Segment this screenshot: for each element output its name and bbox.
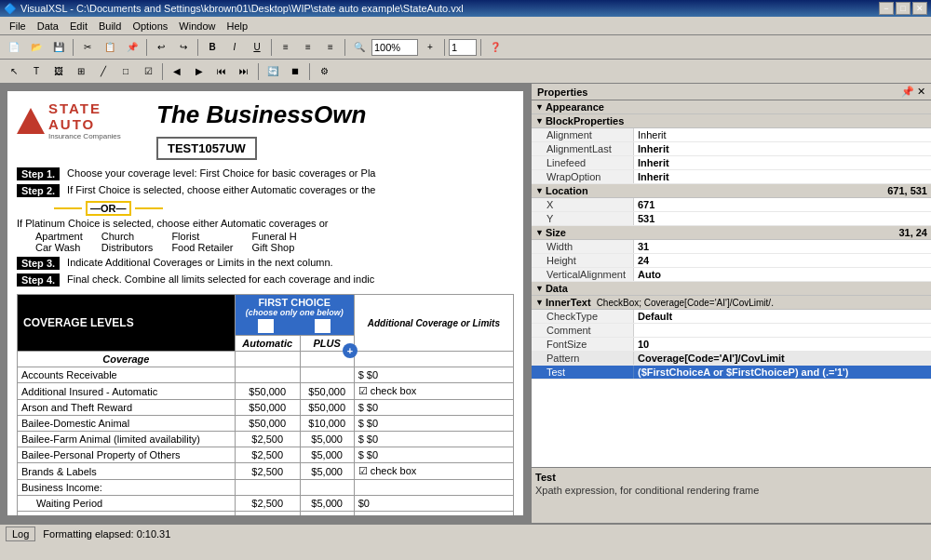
zoom-in-btn[interactable]: + [420,37,440,58]
coverage-name: Additional Insured - Automatic [18,383,236,400]
align-center-btn[interactable]: ≡ [298,37,318,58]
plus-value [300,367,354,383]
auto-value: $2,500 [235,496,300,512]
coverage-name: Business Income: [18,480,236,496]
first-page-btn[interactable]: ⏮ [211,61,232,82]
step-4-text: Final check. Combine all limits selected… [67,273,374,285]
blockproperties-section-header[interactable]: ▼ BlockProperties [532,114,931,128]
test-panel: Test Xpath expression, for conditional r… [532,467,931,523]
refresh-btn[interactable]: 🔄 [263,61,283,82]
step-4-row: Step 4. Final check. Combine all limits … [17,273,514,287]
step-2-text: If First Choice is selected, choose eith… [67,184,375,195]
prev-page-btn[interactable]: ◀ [167,61,187,82]
page-input[interactable]: 1 [449,39,477,56]
size-section-header[interactable]: ▼ Size 31, 24 [532,226,931,240]
table-row: Dependent Properties $2,500 $5,000 [18,512,514,516]
plus-value: $5,000 [300,447,354,463]
rect-btn[interactable]: □ [115,61,136,82]
prop-row-height: Height 24 [532,254,931,268]
underline-btn[interactable]: U [247,37,267,58]
location-label: Location [546,185,588,196]
select-btn[interactable]: ↖ [4,61,24,82]
additional-value: $ $0 [354,416,513,432]
title-bar-text: VisualXSL - C:\Documents and Settings\kb… [20,3,464,14]
step-1-text: Choose your coverage level: First Choice… [67,167,375,179]
zoom-out-btn[interactable]: 🔍 [349,37,370,58]
text-btn[interactable]: T [26,61,47,82]
platinum-item-6: Distributors [101,242,154,253]
or-line-left [54,207,82,209]
menu-edit[interactable]: Edit [64,19,93,33]
appearance-section-header[interactable]: ▼ Appearance [532,100,931,114]
help-btn[interactable]: ❓ [485,37,506,58]
platinum-item-7: Food Retailer [171,242,233,253]
toolbar-row-2: ↖ T 🖼 ⊞ ╱ □ ☑ ◀ ▶ ⏮ ⏭ 🔄 ⏹ ⚙ [0,60,931,84]
additional-value: $ $0 [354,400,513,416]
format-btn[interactable]: ⚙ [314,61,334,82]
maximize-button[interactable]: □ [896,2,911,15]
minimize-button[interactable]: − [879,2,894,15]
copy-btn[interactable]: 📋 [100,37,120,58]
app-icon: 🔷 [4,3,17,15]
table-btn[interactable]: ⊞ [71,61,91,82]
document-content[interactable]: STATE AUTO Insurance Companies The Busin… [7,91,523,515]
menu-file[interactable]: File [4,19,32,33]
auto-value: $2,500 [235,463,300,480]
table-row: Business Income: [18,480,514,496]
zoom-input[interactable]: 100% [371,39,418,56]
menu-options[interactable]: Options [127,19,173,33]
location-section-header[interactable]: ▼ Location 671, 531 [532,184,931,198]
menu-help[interactable]: Help [221,19,253,33]
coverage-sub-header: Coverage [18,352,236,367]
undo-btn[interactable]: ↩ [151,37,171,58]
align-left-btn[interactable]: ≡ [276,37,296,58]
automatic-col-header: Automatic [235,336,300,352]
logo-sub-text: Insurance Companies [48,132,147,140]
coverage-name: Dependent Properties [18,512,236,516]
properties-panel: Properties 📌 ✕ ▼ Appearance ▼ BlockPrope… [531,84,931,523]
menu-window[interactable]: Window [173,19,221,33]
log-button[interactable]: Log [6,527,35,541]
redo-btn[interactable]: ↪ [173,37,194,58]
align-right-btn[interactable]: ≡ [320,37,341,58]
save-btn[interactable]: 💾 [48,37,69,58]
auto-value: $50,000 [235,400,300,416]
blockproperties-label: BlockProperties [546,115,624,127]
open-btn[interactable]: 📂 [26,37,47,58]
step-3-text: Indicate Additional Coverages or Limits … [67,257,333,268]
table-row: Additional Insured - Automatic $50,000 $… [18,383,514,400]
size-label: Size [546,227,566,238]
coverage-name: Brands & Labels [18,463,236,480]
cut-btn[interactable]: ✂ [77,37,98,58]
or-text: —OR— [86,201,131,216]
prop-row-fontsize: FontSize 10 [532,338,931,352]
panel-pin-button[interactable]: 📌 ✕ [901,86,925,98]
prop-row-test[interactable]: Test ($FirstChoiceA or $FirstChoiceP) an… [532,366,931,380]
image-btn[interactable]: 🖼 [48,61,69,82]
new-btn[interactable]: 📄 [4,37,24,58]
additional-value: $ $0 [354,367,513,383]
last-page-btn[interactable]: ⏭ [234,61,254,82]
plus-value: $50,000 [300,400,354,416]
paste-btn[interactable]: 📌 [122,37,142,58]
next-page-btn[interactable]: ▶ [189,61,209,82]
title-bar: 🔷 VisualXSL - C:\Documents and Settings\… [0,0,931,17]
italic-btn[interactable]: I [224,37,245,58]
platinum-item-1: Apartment [35,231,83,242]
status-text: Formatting elapsed: 0:10.31 [43,528,170,540]
innertext-section-header[interactable]: ▼ InnerText CheckBox; Coverage[Code='AI'… [532,296,931,310]
data-section-header[interactable]: ▼ Data [532,282,931,296]
stop-btn[interactable]: ⏹ [285,61,305,82]
menu-build[interactable]: Build [93,19,127,33]
close-button[interactable]: ✕ [912,2,927,15]
checkbox-btn[interactable]: ☑ [138,61,158,82]
menu-data[interactable]: Data [32,19,64,33]
coverage-levels-header: COVERAGE LEVELS [18,295,236,352]
line-btn[interactable]: ╱ [93,61,114,82]
step-1-row: Step 1. Choose your coverage level: Firs… [17,167,514,180]
coverage-name: Bailee-Farm Animal (limited availability… [18,432,236,447]
coverage-table: COVERAGE LEVELS FIRST CHOICE (choose onl… [17,294,514,515]
additional-value: $ $0 [354,447,513,463]
state-auto-logo: STATE AUTO Insurance Companies [17,100,147,140]
bold-btn[interactable]: B [202,37,223,58]
